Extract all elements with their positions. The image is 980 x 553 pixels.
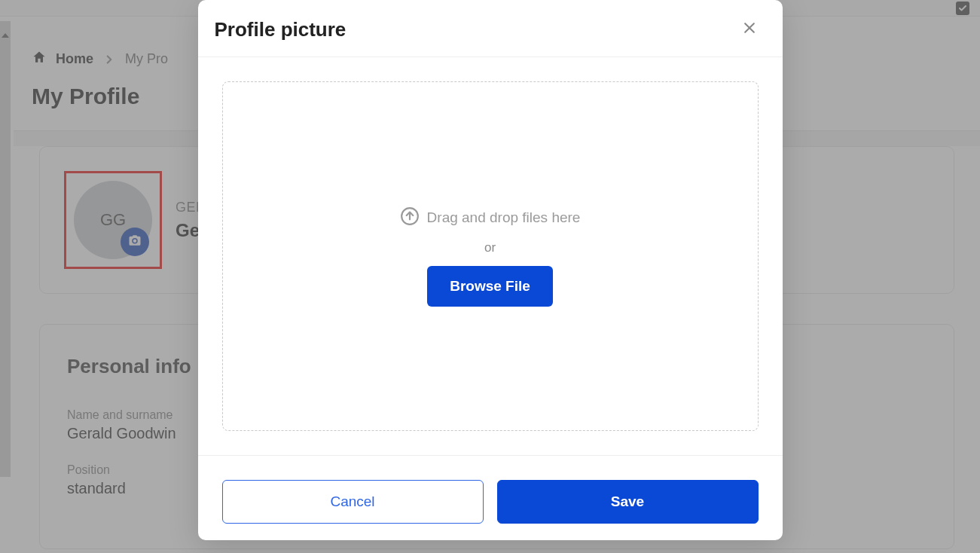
drop-hint-text: Drag and drop files here [427,209,581,226]
close-button[interactable] [739,20,760,41]
modal-footer: Cancel Save [198,455,783,540]
upload-icon [400,206,420,230]
file-drop-zone[interactable]: Drag and drop files here or Browse File [222,81,759,431]
drop-hint-line: Drag and drop files here [400,206,581,230]
modal-body: Drag and drop files here or Browse File [198,57,783,455]
or-text: or [484,240,496,255]
cancel-button[interactable]: Cancel [222,480,484,524]
close-icon [742,20,757,40]
modal-header: Profile picture [198,0,783,57]
modal-title: Profile picture [215,18,347,41]
save-button[interactable]: Save [497,480,759,524]
browse-file-button[interactable]: Browse File [427,266,553,307]
profile-picture-modal: Profile picture Drag and drop files here… [198,0,783,540]
